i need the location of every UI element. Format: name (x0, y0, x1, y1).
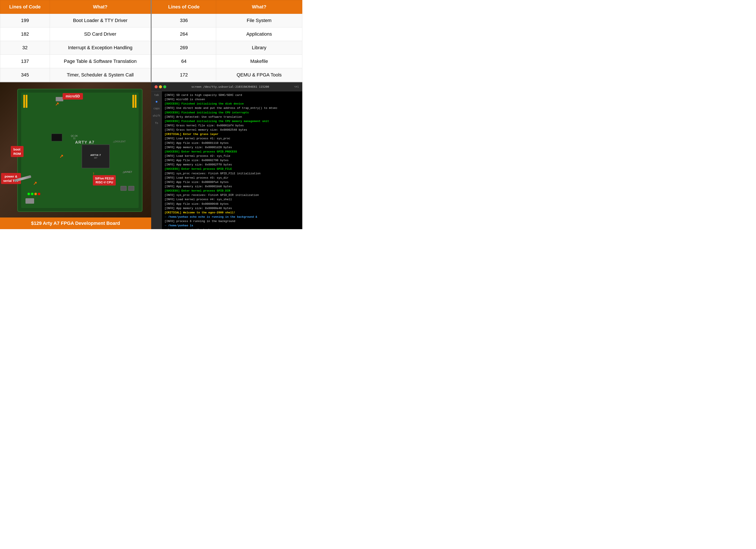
terminal-line: [INFO] Load kernel process #2: sys_file (165, 154, 300, 158)
right-col2-header: What? (216, 0, 302, 14)
terminal-title: screen /dev/tty.usbserial-210319A394E61 … (168, 85, 292, 88)
table-row: 182 SD Card Driver (0, 27, 151, 41)
sidebar-key-caps[interactable]: caps (154, 107, 160, 110)
terminal-line: [SUCCESS] Enter kernel process GPID_FILE (165, 167, 300, 171)
table-row: 137 Page Table & Software Translation (0, 55, 151, 68)
terminal-line: [INFO] sys_proc receives: Finish GPID_FI… (165, 171, 300, 176)
terminal-shortcut: ⌥⌘1 (294, 85, 299, 88)
table-row: 269 Library (152, 41, 302, 55)
terminal-line: [SUCCESS] Enter kernel process GPID_DIR (165, 189, 300, 193)
table-row: 172 QEMU & FPGA Tools (152, 68, 302, 82)
sifive-label: SiFive FE310RISC-V CPU (93, 175, 116, 186)
table-row: 64 Makefile (152, 55, 302, 68)
microsd-label: microSD (63, 93, 83, 100)
what-cell: QEMU & FPGA Tools (216, 68, 302, 82)
terminal-line: [CRITICAL] Welcome to the egos-2000 shel… (165, 211, 300, 215)
what-cell: Boot Loader & TTY Driver (50, 14, 151, 27)
terminal-line: [INFO] Arty detected: Use software trans… (165, 115, 300, 119)
terminal-line: [INFO] App memory size: 0x00001d20 bytes (165, 145, 300, 150)
microsd-arrow-icon: ↗ (55, 101, 59, 107)
terminal-line: [INFO] Grass kernel file size: 0x00001bf… (165, 124, 300, 128)
loc-cell: 345 (0, 68, 50, 82)
terminal-section: screen /dev/tty.usbserial-210319A394E61 … (151, 82, 302, 229)
board-caption: $129 Arty A7 FPGA Development Board (0, 217, 151, 229)
usb-connector (25, 198, 34, 204)
terminal-line: [INFO] Load kernel process #4: sys_shell (165, 197, 300, 202)
terminal-line: echo is running in the background (165, 228, 300, 229)
terminal-output[interactable]: [INFO] SD card is high capacity SDHC/SDX… (162, 91, 302, 229)
terminal-line: [INFO] Grass kernel memory size: 0x00002… (165, 128, 300, 132)
terminal-titlebar: screen /dev/tty.usbserial-210319A394E61 … (151, 82, 302, 91)
terminal-line: → /home/yunhao echo echo is running in t… (165, 215, 300, 219)
titlebar-dots (155, 85, 166, 88)
close-dot[interactable] (155, 85, 158, 88)
terminal-line: [SUCCESS] Finished initializing the disk… (165, 102, 300, 106)
sidebar-key-shift[interactable]: shift (153, 114, 160, 117)
terminal-line: [INFO] Use direct mode and put the addre… (165, 106, 300, 110)
right-table: Lines of Code What? 336 File System 264 … (152, 0, 302, 82)
loc-cell: 172 (152, 68, 216, 82)
avnet-text: △AVNET (123, 171, 132, 173)
ethernet-ports (120, 186, 134, 191)
terminal-line: [CRITICAL] Enter the grass layer (165, 132, 300, 136)
arty-text: ARTY A7 (75, 140, 95, 145)
terminal-line: [INFO] App file size: 0x00001110 bytes (165, 141, 300, 145)
pcb-inner: 35T ARTY A7 △DIGILENT (21, 93, 139, 208)
sidebar-key-fn[interactable]: fn (155, 122, 158, 125)
sidebar-dot (156, 101, 157, 103)
terminal-line: [SUCCESS] Finished initializing the CPU … (165, 111, 300, 115)
tables-section: Lines of Code What? 199 Boot Loader & TT… (0, 0, 302, 82)
terminal-line: [INFO] App file size: 0x00002798 bytes (165, 158, 300, 163)
left-col1-header: Lines of Code (0, 0, 50, 14)
terminal-line: → /home/yunhao ls (165, 224, 300, 228)
what-cell: SD Card Driver (50, 27, 151, 41)
loc-cell: 32 (0, 41, 50, 55)
what-cell: Interrupt & Exception Handling (50, 41, 151, 55)
table-row: 199 Boot Loader & TTY Driver (0, 14, 151, 27)
what-cell: Timer, Scheduler & System Call (50, 68, 151, 82)
loc-cell: 264 (152, 27, 216, 41)
what-cell: Makefile (216, 55, 302, 68)
terminal-line: [SUCCESS] Finished initializing the CPU … (165, 119, 300, 124)
terminal-line: [INFO] microSD is chosen (165, 97, 300, 102)
loc-cell: 199 (0, 14, 50, 27)
terminal-line: [INFO] Load kernel process #3: sys_dir (165, 176, 300, 180)
terminal-line: [INFO] process 6 running in the backgrou… (165, 219, 300, 224)
table-row: 32 Interrupt & Exception Handling (0, 41, 151, 55)
pcb-board: 35T ARTY A7 △DIGILENT (17, 89, 143, 212)
terminal-body: tab caps shift fn [INFO] SD card is high… (151, 91, 302, 229)
maximize-dot[interactable] (163, 85, 166, 88)
boot-rom-arrow-icon: ↗ (59, 154, 63, 159)
right-col1-header: Lines of Code (152, 0, 216, 14)
microsd-slot (56, 97, 63, 101)
digilent-text: △DIGILENT (113, 140, 126, 143)
power-arrow-icon: ↗ (33, 181, 37, 186)
loc-cell: 137 (0, 55, 50, 68)
table-row: 345 Timer, Scheduler & System Call (0, 68, 151, 82)
terminal-line: [SUCCESS] Enter kernel process GPID_PROC… (165, 150, 300, 154)
loc-cell: 182 (0, 27, 50, 41)
qc-ok: QC.OK11 (71, 135, 78, 140)
terminal-sidebar: tab caps shift fn (151, 91, 162, 229)
sidebar-key-tab[interactable]: tab (154, 94, 159, 97)
boot-rom-label: bootROM (11, 146, 24, 157)
table-row: 336 File System (152, 14, 302, 27)
minimize-dot[interactable] (159, 85, 162, 88)
left-col2-header: What? (50, 0, 151, 14)
terminal-line: [INFO] App file size: 0x00000fa4 bytes (165, 180, 300, 184)
bottom-section: 35T ARTY A7 △DIGILENT (0, 82, 302, 229)
terminal-line: [INFO] App memory size: 0x00001bb0 bytes (165, 184, 300, 189)
loc-cell: 64 (152, 55, 216, 68)
board-background: 35T ARTY A7 △DIGILENT (0, 82, 151, 229)
terminal-line: [INFO] App file size: 0x00000648 bytes (165, 202, 300, 206)
what-cell: Page Table & Software Translation (50, 55, 151, 68)
pin-header-right (132, 95, 136, 108)
what-cell: File System (216, 14, 302, 27)
loc-cell: 336 (152, 14, 216, 27)
terminal-line: [INFO] Load kernel process #1: sys_proc (165, 136, 300, 141)
terminal-line: [INFO] App memory size: 0x00000e48 bytes (165, 206, 300, 211)
left-table: Lines of Code What? 199 Boot Loader & TT… (0, 0, 151, 82)
terminal-line: [INFO] sys_proc receives: Finish GPID_DI… (165, 193, 300, 197)
loc-cell: 269 (152, 41, 216, 55)
artix-chip: 35T (82, 144, 110, 168)
